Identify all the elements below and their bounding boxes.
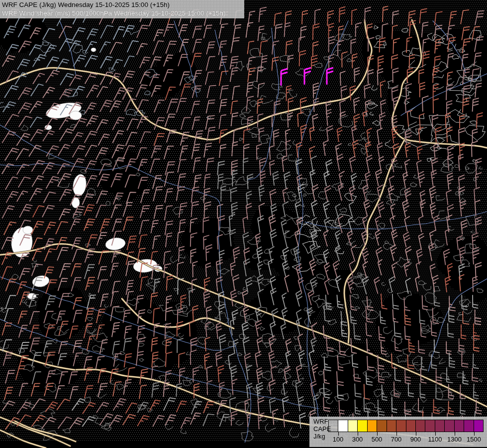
colorbar-cell xyxy=(387,420,396,432)
colorbar-cell xyxy=(367,420,377,432)
legend-tick-mark xyxy=(455,432,455,436)
colorbar-cell xyxy=(474,420,484,432)
map-header-overlay: WRF CAPE (J/kg) Wednesday 15-10-2025 15:… xyxy=(0,0,244,18)
colorbar-cell xyxy=(425,420,435,432)
colorbar-cell xyxy=(396,420,406,432)
legend-tick-mark xyxy=(396,432,397,436)
header-windshear-title: WRF Wind shear (m/s) 500/1000hPa Wednesd… xyxy=(2,9,244,17)
legend-tick-mark xyxy=(474,432,475,436)
colorbar-cell xyxy=(435,420,445,432)
cape-colorbar-ticks: 100300500700900110013001500 xyxy=(328,432,485,446)
colorbar-cell xyxy=(348,420,358,432)
colorbar-cell xyxy=(406,420,416,432)
legend-tick-mark xyxy=(377,432,378,436)
wrf-weather-map-page: { "header": { "line1": "WRF CAPE (J/kg) … xyxy=(0,0,487,448)
cape-legend: WRF CAPE J/kg 10030050070090011001300150… xyxy=(309,417,487,447)
colorbar-cell xyxy=(338,420,348,432)
colorbar-cell xyxy=(415,420,425,432)
legend-tick-label: 700 xyxy=(391,436,402,443)
legend-tick-mark xyxy=(435,432,436,436)
legend-tick-mark xyxy=(358,432,358,436)
legend-tick-label: 1100 xyxy=(428,436,442,443)
legend-tick-label: 1500 xyxy=(467,436,481,443)
legend-tick-label: 100 xyxy=(333,436,344,443)
colorbar-cell xyxy=(377,420,387,432)
legend-tick-label: 1300 xyxy=(447,436,462,443)
colorbar-cell xyxy=(454,420,464,432)
header-cape-title: WRF CAPE (J/kg) Wednesday 15-10-2025 15:… xyxy=(2,1,244,9)
colorbar-cell xyxy=(464,420,474,432)
legend-tick-label: 900 xyxy=(410,436,421,443)
colorbar-cell xyxy=(444,420,454,432)
legend-tick-label: 500 xyxy=(372,436,383,443)
legend-tick-label: 300 xyxy=(352,436,363,443)
weather-map-canvas xyxy=(0,0,487,448)
cape-colorbar xyxy=(328,420,484,432)
colorbar-cell xyxy=(357,420,367,432)
colorbar-cell xyxy=(328,420,338,432)
legend-tick-mark xyxy=(416,432,416,436)
legend-tick-mark xyxy=(338,432,339,436)
